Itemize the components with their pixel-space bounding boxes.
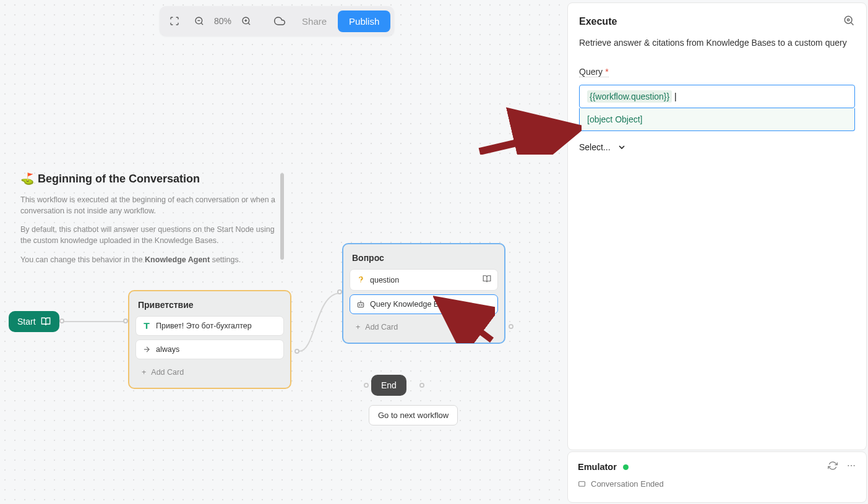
port[interactable] [294,349,299,354]
svg-point-21 [854,465,855,466]
annotation-arrow [433,294,495,343]
svg-point-16 [844,16,852,23]
port[interactable] [364,383,369,388]
next-workflow-button[interactable]: Go to next workflow [369,405,458,425]
node-title: Приветствие [135,297,284,316]
card-message[interactable]: Привет! Это бот-бухгалтер [135,316,284,336]
info-scrollbar[interactable] [280,173,284,260]
svg-rect-22 [579,482,585,487]
port[interactable] [59,318,64,323]
add-card-button[interactable]: + Add Card [135,363,284,382]
robot-icon [356,300,365,309]
info-paragraph-3: You can change this behavior in the Know… [20,254,280,265]
chat-icon [578,480,586,488]
workflow-description: ⛳Beginning of the Conversation This work… [20,172,280,273]
svg-line-1 [201,23,203,25]
book-icon [41,317,51,327]
port[interactable] [419,383,424,388]
info-paragraph-1: This workflow is executed at the beginni… [20,194,280,216]
end-label: End [381,380,397,390]
svg-line-4 [248,23,250,25]
query-label: Query* [579,67,609,77]
status-dot [623,464,629,470]
arrow-right-icon [142,345,151,354]
query-variable-chip: {{workflow.question}} [587,90,672,103]
panel-description: Retrieve answer & citations from Knowled… [579,36,855,49]
query-input[interactable]: {{workflow.question}} | [579,85,855,108]
port[interactable] [337,289,342,294]
svg-point-9 [359,305,360,305]
zoom-level: 80% [213,16,233,26]
zoom-out-icon[interactable] [188,10,210,32]
cloud-icon[interactable] [269,10,291,32]
start-node[interactable]: Start [9,311,59,332]
plus-icon: + [142,368,146,377]
select-dropdown[interactable]: Select... [579,142,855,152]
workflow-canvas[interactable]: 80% Share Publish ⛳Beginning of the Conv… [0,0,566,504]
question-icon [356,276,365,284]
svg-line-13 [442,303,492,340]
book-icon [483,275,491,285]
robot-icon [843,14,855,29]
info-paragraph-2: By default, this chatbot will answer use… [20,224,280,246]
conversation-status: Conversation Ended [578,479,856,489]
start-label: Start [17,317,36,327]
properties-panel: Execute Retrieve answer & citations from… [567,2,867,450]
publish-button[interactable]: Publish [338,11,390,32]
svg-point-20 [851,465,852,466]
svg-line-15 [479,130,572,152]
emulator-title: Emulator [578,462,617,472]
workflow-title: Beginning of the Conversation [38,173,200,185]
card-question[interactable]: question [350,269,498,291]
greeting-node[interactable]: Приветствие Привет! Это бот-бухгалтер al… [128,290,291,389]
port[interactable] [123,318,128,323]
annotation-arrow [476,105,582,155]
svg-rect-8 [358,303,363,307]
share-button[interactable]: Share [293,11,335,32]
card-transition[interactable]: always [135,340,284,359]
svg-point-19 [848,465,849,466]
canvas-toolbar: 80% Share Publish [160,6,394,36]
node-title: Вопрос [350,250,498,269]
panel-title: Execute [579,16,617,27]
zoom-in-icon[interactable] [235,10,257,32]
svg-line-17 [851,23,854,25]
refresh-icon[interactable] [828,461,838,473]
svg-point-18 [848,19,849,21]
svg-point-10 [361,305,362,305]
chevron-down-icon [617,142,627,152]
more-icon[interactable] [846,461,856,473]
end-node[interactable]: End [371,375,406,396]
text-icon [142,322,151,330]
autocomplete-item[interactable]: [object Object] [579,108,855,131]
emulator-panel: Emulator Conversation Ended [567,451,867,503]
plus-icon: + [356,323,360,331]
fullscreen-icon[interactable] [163,10,186,32]
port[interactable] [509,324,513,329]
flag-emoji: ⛳ [20,173,34,185]
